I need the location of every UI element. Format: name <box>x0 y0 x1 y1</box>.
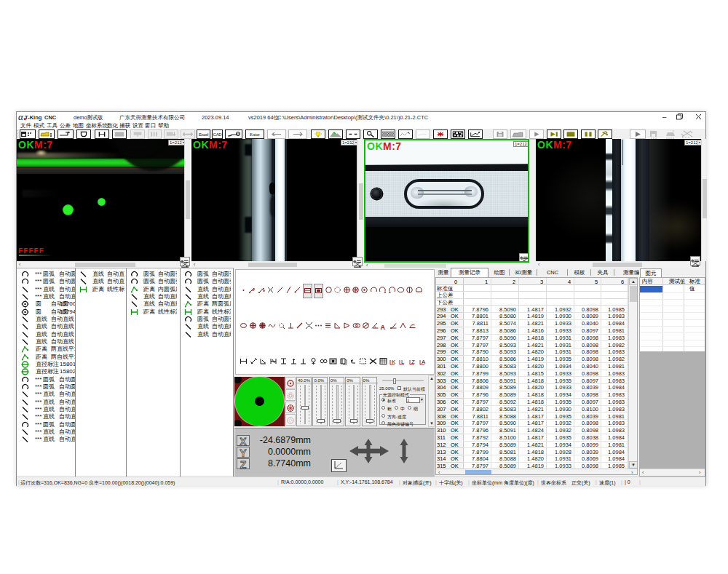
svg-text:α: α <box>18 113 24 121</box>
svg-text:Z: Z <box>411 359 415 365</box>
svg-text:K: K <box>392 359 396 365</box>
svg-text:X: X <box>240 437 247 446</box>
svg-text:A: A <box>422 359 426 365</box>
svg-text:Y: Y <box>240 448 247 458</box>
svg-text:L: L <box>401 359 405 365</box>
svg-text:Z: Z <box>240 460 247 469</box>
